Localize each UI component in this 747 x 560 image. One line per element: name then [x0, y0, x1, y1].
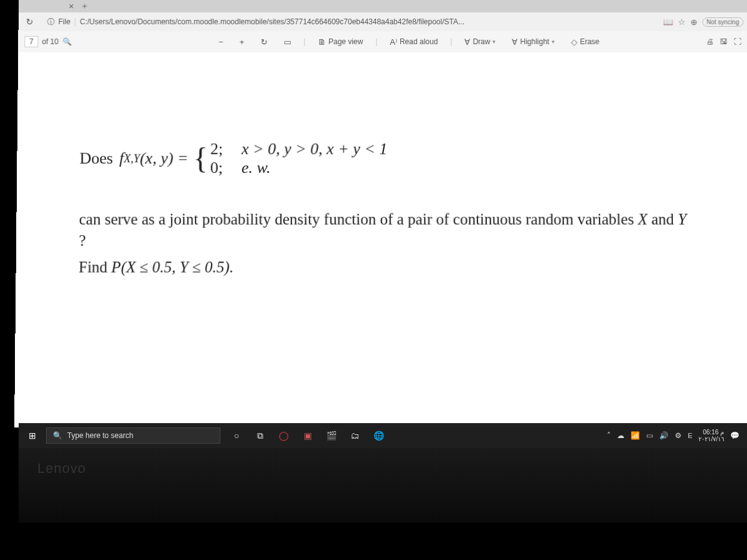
- fullscreen-icon[interactable]: ⛶: [734, 37, 741, 46]
- language-indicator[interactable]: E: [688, 432, 692, 439]
- rotate-button[interactable]: ↻: [256, 35, 271, 48]
- search-placeholder: Type here to search: [67, 431, 133, 440]
- url-text: C:/Users/Lenovo/Documents/com.moodle.moo…: [80, 17, 464, 26]
- app-icon[interactable]: ▣: [299, 431, 316, 441]
- url-prefix: File: [59, 17, 70, 26]
- network-icon[interactable]: 📶: [631, 431, 640, 440]
- page-total: of 10: [42, 37, 59, 46]
- find-icon[interactable]: 🔍: [62, 37, 72, 46]
- clock[interactable]: 06:16 م ۲۰۲۱/۷/۱٦: [698, 429, 724, 442]
- app-icon[interactable]: 🎬: [322, 431, 340, 441]
- edge-icon[interactable]: 🌐: [370, 431, 387, 441]
- erase-button[interactable]: ◇Erase: [567, 35, 603, 48]
- question-text: can serve as a joint probability density…: [79, 208, 687, 251]
- battery-icon[interactable]: ▭: [646, 431, 653, 440]
- cortana-icon[interactable]: ○: [228, 431, 245, 441]
- brand-logo: Lenovo: [37, 460, 86, 477]
- info-icon: ⓘ: [47, 16, 55, 27]
- page-view-button[interactable]: 🗎Page view: [314, 35, 367, 48]
- new-tab-button[interactable]: ＋: [80, 1, 89, 12]
- file-explorer-icon[interactable]: 🗂: [346, 431, 364, 441]
- zoom-out-button[interactable]: −: [215, 35, 227, 48]
- sync-status[interactable]: Not syncing: [702, 17, 743, 26]
- app-icon[interactable]: ◯: [275, 431, 293, 441]
- find-text: Find P(X ≤ 0.5, Y ≤ 0.5).: [78, 256, 687, 278]
- taskbar: ⊞ 🔍 Type here to search ○ ⧉ ◯ ▣ 🎬 🗂 🌐 ˄ …: [19, 423, 747, 448]
- taskbar-search[interactable]: 🔍 Type here to search: [46, 427, 220, 444]
- read-aloud-button[interactable]: A⁾Read aloud: [386, 35, 441, 48]
- task-view-icon[interactable]: ⧉: [251, 431, 269, 441]
- zoom-in-button[interactable]: +: [236, 35, 248, 48]
- settings-icon[interactable]: ⚙: [675, 431, 682, 440]
- url-sep: |: [74, 17, 76, 26]
- draw-button[interactable]: ∀Draw▾: [461, 35, 500, 48]
- pdf-page-content: Does fX,Y (x, y) = { 2;x > 0, y > 0, x +…: [14, 52, 747, 427]
- favorite-icon[interactable]: ☆: [678, 17, 685, 26]
- volume-icon[interactable]: 🔊: [659, 431, 669, 440]
- highlight-button[interactable]: ∀Highlight▾: [509, 35, 559, 48]
- read-aloud-icon[interactable]: 📖: [663, 17, 673, 26]
- start-button[interactable]: ⊞: [19, 431, 46, 441]
- collections-icon[interactable]: ⊕: [690, 17, 697, 26]
- print-icon[interactable]: 🖨: [707, 37, 714, 46]
- tab-close-icon[interactable]: ✕: [68, 2, 74, 10]
- pdf-toolbar: 7 of 10 🔍 − + ↻ ▭ | 🗎Page view | A⁾Read …: [18, 31, 747, 52]
- address-bar[interactable]: ⓘ File | C:/Users/Lenovo/Documents/com.m…: [42, 14, 659, 29]
- reload-icon[interactable]: ↻: [22, 15, 37, 29]
- equation: Does fX,Y (x, y) = { 2;x > 0, y > 0, x +…: [80, 140, 687, 177]
- fit-button[interactable]: ▭: [280, 35, 294, 48]
- notifications-icon[interactable]: 💬: [730, 431, 740, 440]
- search-icon: 🔍: [53, 431, 62, 440]
- page-number-input[interactable]: 7: [24, 36, 38, 47]
- onedrive-icon[interactable]: ☁: [617, 431, 624, 440]
- save-icon[interactable]: 🖫: [720, 37, 728, 46]
- tray-chevron-icon[interactable]: ˄: [607, 431, 611, 440]
